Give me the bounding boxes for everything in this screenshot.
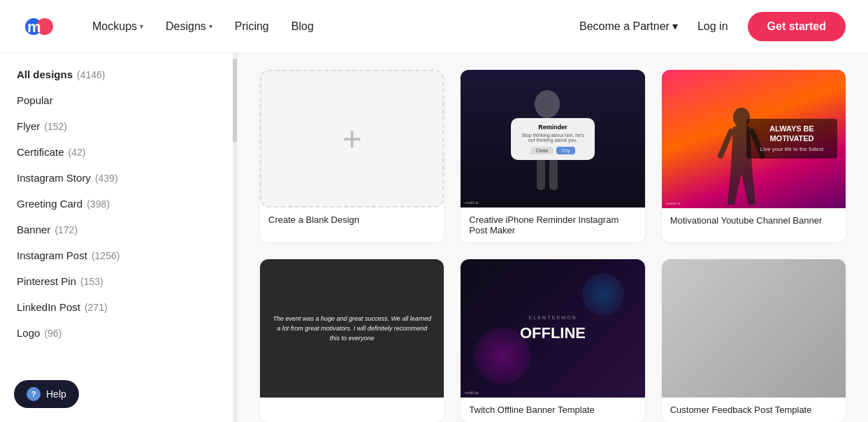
help-label: Help <box>46 388 66 400</box>
sidebar-scrollbar[interactable] <box>233 53 237 422</box>
sidebar-item-logo[interactable]: Logo (96) <box>0 320 237 346</box>
nav-blog[interactable]: Blog <box>283 15 322 38</box>
twitch-offline-text: OFFLINE <box>520 324 586 342</box>
card-iphone-reminder[interactable]: Reminder Stop thinking about him, he's n… <box>461 70 644 242</box>
card-quote[interactable]: The event was a huge and great success. … <box>260 259 444 422</box>
watermark: nodif.ai <box>465 201 478 205</box>
help-button[interactable]: ? Help <box>14 380 79 408</box>
sidebar-item-greeting-card[interactable]: Greeting Card (398) <box>0 191 237 217</box>
chevron-down-icon: ▾ <box>140 22 143 30</box>
nav-pricing[interactable]: Pricing <box>226 15 277 38</box>
chevron-down-icon: ▾ <box>209 22 212 30</box>
sidebar-item-flyer[interactable]: Flyer (152) <box>0 113 237 139</box>
nav-designs[interactable]: Designs ▾ <box>157 15 221 38</box>
watermark: nodif.ai <box>465 391 478 395</box>
chevron-down-icon: ▾ <box>672 20 678 33</box>
card-motivation[interactable]: ALWAYS BE MOTIVATED Live your life to th… <box>662 70 846 242</box>
svg-text:m: m <box>27 18 41 36</box>
svg-line-10 <box>721 131 731 156</box>
motivation-title: ALWAYS BE MOTIVATED <box>753 124 830 143</box>
card-image: Reminder Stop thinking about him, he's n… <box>461 70 644 208</box>
twitch-brand: ELAMTEEMON <box>528 315 577 320</box>
nav-mockups[interactable]: Mockups ▾ <box>84 15 152 38</box>
card-image: ALWAYS BE MOTIVATED Live your life to th… <box>662 70 846 208</box>
get-started-button[interactable]: Get started <box>748 12 846 41</box>
sidebar-item-linkedin-post[interactable]: LinkedIn Post (271) <box>0 294 237 320</box>
plus-icon: + <box>342 119 362 158</box>
quote-text: The event was a huge and great success. … <box>271 314 433 344</box>
help-icon: ? <box>27 387 41 401</box>
card-image: The event was a huge and great success. … <box>260 259 444 397</box>
content-area: + Create a Blank Design <box>238 53 868 422</box>
sidebar-item-instagram-story[interactable]: Instagram Story (439) <box>0 165 237 191</box>
card-label: Twitch Offline Banner Template <box>461 398 644 422</box>
card-label: Create a Blank Design <box>260 208 444 232</box>
reminder-popup: Reminder Stop thinking about him, he's n… <box>511 118 595 160</box>
sidebar-item-banner[interactable]: Banner (172) <box>0 217 237 242</box>
sidebar: All designs (4146) Popular Flyer (152) C… <box>0 53 238 422</box>
card-image: TeaCafe ★★★★★ Such a great place with ve… <box>662 259 846 398</box>
svg-rect-7 <box>537 159 545 190</box>
svg-rect-8 <box>549 159 558 190</box>
card-twitch[interactable]: ELAMTEEMON OFFLINE nodif.ai Twitch Offli… <box>461 259 644 422</box>
blank-card-area[interactable]: + <box>260 70 444 208</box>
card-teacafe[interactable]: TeaCafe ★★★★★ Such a great place with ve… <box>662 259 846 422</box>
scrollbar-thumb[interactable] <box>233 59 237 143</box>
logo[interactable]: m <box>22 10 56 43</box>
sidebar-item-certificate[interactable]: Certificate (42) <box>0 139 237 165</box>
watermark: modif.ai <box>666 201 681 205</box>
login-button[interactable]: Log in <box>689 15 737 38</box>
main-layout: All designs (4146) Popular Flyer (152) C… <box>0 53 868 422</box>
card-image: ELAMTEEMON OFFLINE nodif.ai <box>461 259 644 397</box>
sidebar-item-all-designs[interactable]: All designs (4146) <box>0 61 237 87</box>
svg-point-3 <box>535 90 560 118</box>
card-label: Motivational Youtube Channel Banner <box>662 208 846 233</box>
card-label: Creative iPhone Reminder Instagram Post … <box>461 208 644 242</box>
nav-right: Become a Partner ▾ Log in Get started <box>579 12 846 41</box>
header: m Mockups ▾ Designs ▾ Pricing Blog Becom… <box>0 0 868 53</box>
sidebar-item-instagram-post[interactable]: Instagram Post (1256) <box>0 242 237 268</box>
motivation-subtitle: Live your life to the fullest <box>753 146 830 153</box>
card-blank[interactable]: + Create a Blank Design <box>260 70 444 242</box>
nav: Mockups ▾ Designs ▾ Pricing Blog <box>84 15 579 38</box>
become-partner-button[interactable]: Become a Partner ▾ <box>579 20 678 33</box>
sidebar-item-popular[interactable]: Popular <box>0 87 237 113</box>
design-grid: + Create a Blank Design <box>260 70 846 422</box>
card-label: Customer Feedback Post Template <box>662 398 846 422</box>
sidebar-item-pinterest-pin[interactable]: Pinterest Pin (153) <box>0 268 237 294</box>
